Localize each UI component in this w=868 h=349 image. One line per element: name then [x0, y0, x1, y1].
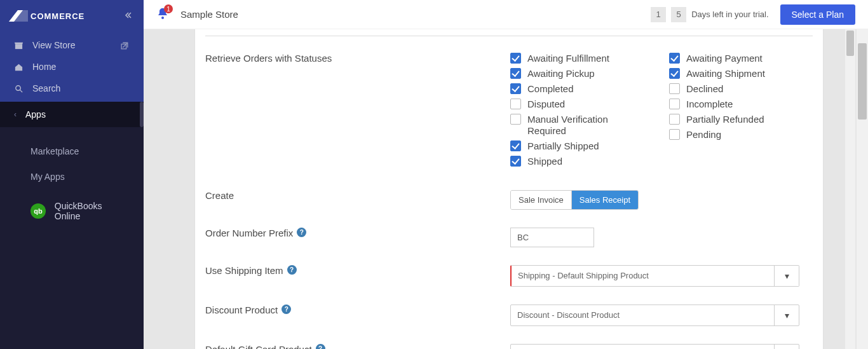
checkbox-icon	[669, 129, 680, 140]
checkbox-icon	[510, 156, 521, 167]
svg-line-3	[20, 90, 22, 92]
trial-day-1: 1	[651, 7, 666, 22]
chevron-down-icon: ▾	[775, 305, 799, 325]
status-checkbox-disputed[interactable]: Disputed	[510, 99, 644, 110]
trial-day-2: 5	[671, 7, 686, 22]
checkbox-icon	[510, 53, 521, 64]
select-plan-button[interactable]: Select a Plan	[780, 4, 856, 25]
chevron-down-icon: ▾	[775, 345, 799, 349]
nav-view-store[interactable]: View Store	[0, 34, 144, 56]
inner-scroll-track[interactable]	[845, 29, 855, 349]
help-icon[interactable]: ?	[297, 228, 306, 237]
help-icon[interactable]: ?	[287, 265, 297, 275]
nav-search[interactable]: Search	[0, 78, 144, 99]
giftcard-select[interactable]: GiftCard - Gift Card ▾	[510, 344, 799, 349]
status-checkbox-manual-verification-required[interactable]: Manual Verification Required	[510, 114, 644, 137]
outer-scroll-thumb[interactable]	[858, 43, 867, 120]
checkbox-icon	[510, 114, 521, 125]
sidebar-item-my-apps[interactable]: My Apps	[0, 164, 144, 189]
create-button-group: Sale InvoiceSales Receipt	[510, 190, 639, 210]
statuses-column-2: Awaiting PaymentAwaiting ShipmentDecline…	[669, 53, 803, 167]
topbar: 1 Sample Store 1 5 Days left in your tri…	[144, 0, 868, 29]
nav-label: Search	[32, 83, 60, 93]
label-retrieve: Retrieve Orders with Statuses	[205, 53, 510, 167]
notifications-button[interactable]: 1	[156, 7, 169, 22]
help-icon[interactable]: ?	[281, 305, 291, 314]
checkbox-label: Awaiting Shipment	[686, 68, 765, 79]
status-checkbox-awaiting-pickup[interactable]: Awaiting Pickup	[510, 68, 644, 79]
chevron-down-icon: ▾	[775, 266, 799, 286]
trial-info: 1 5 Days left in your trial.	[651, 7, 768, 22]
checkbox-icon	[669, 99, 680, 109]
shipping-select[interactable]: Shipping - Default Shipping Product ▾	[510, 265, 799, 287]
logo-row: COMMERCE	[0, 0, 144, 34]
row-create: Create Sale InvoiceSales Receipt	[205, 185, 813, 215]
discount-select[interactable]: Discount - Discount Product ▾	[510, 305, 799, 326]
checkbox-icon	[669, 68, 680, 79]
label-giftcard: Default Gift Card Product	[205, 344, 312, 349]
row-giftcard: Default Gift Card Product ? GiftCard - G…	[205, 339, 813, 349]
status-checkbox-incomplete[interactable]: Incomplete	[669, 99, 803, 110]
checkbox-label: Pending	[686, 129, 721, 140]
checkbox-label: Manual Verification Required	[527, 114, 629, 137]
collapse-sidebar-icon[interactable]	[123, 11, 132, 22]
checkbox-label: Awaiting Pickup	[527, 68, 595, 79]
nav-label: Home	[32, 62, 56, 72]
settings-panel: Retrieve Orders with Statuses Awaiting F…	[194, 29, 824, 349]
back-chevron-icon[interactable]: ‹	[14, 110, 17, 119]
external-link-icon	[120, 41, 130, 50]
statuses-column-1: Awaiting FulfillmentAwaiting PickupCompl…	[510, 53, 644, 167]
svg-point-2	[16, 85, 21, 90]
section-label: Apps	[25, 109, 46, 120]
checkbox-label: Disputed	[527, 99, 565, 110]
status-checkbox-partially-refunded[interactable]: Partially Refunded	[669, 114, 803, 125]
status-checkbox-shipped[interactable]: Shipped	[510, 156, 644, 167]
checkbox-label: Awaiting Payment	[686, 53, 763, 64]
brand-logo[interactable]: COMMERCE	[9, 10, 85, 22]
sidebar-top: COMMERCE View Store Home Search	[0, 0, 144, 102]
create-option-sale-invoice[interactable]: Sale Invoice	[511, 191, 571, 209]
quickbooks-icon: qb	[31, 203, 46, 219]
checkbox-label: Shipped	[527, 156, 562, 167]
checkbox-icon	[510, 99, 521, 109]
status-checkbox-awaiting-fulfillment[interactable]: Awaiting Fulfillment	[510, 53, 644, 64]
row-shipping: Use Shipping Item ? Shipping - Default S…	[205, 260, 813, 292]
status-checkbox-declined[interactable]: Declined	[669, 83, 803, 95]
label-prefix: Order Number Prefix	[205, 228, 293, 238]
status-checkbox-completed[interactable]: Completed	[510, 83, 644, 95]
brand-text: COMMERCE	[31, 11, 85, 21]
status-checkbox-partially-shipped[interactable]: Partially Shipped	[510, 140, 644, 152]
app-label: QuickBooks Online	[55, 201, 130, 221]
inner-scroll-thumb[interactable]	[846, 31, 854, 56]
checkbox-icon	[510, 68, 521, 79]
logo-mark-icon	[9, 10, 28, 22]
sidebar: COMMERCE View Store Home Search ‹ Apps M…	[0, 0, 144, 349]
create-option-sales-receipt[interactable]: Sales Receipt	[571, 191, 638, 209]
home-icon	[14, 62, 24, 72]
sidebar-item-marketplace[interactable]: Marketplace	[0, 139, 144, 164]
checkbox-label: Incomplete	[686, 99, 733, 110]
help-icon[interactable]: ?	[316, 344, 325, 349]
label-shipping: Use Shipping Item	[205, 265, 283, 276]
status-checkbox-awaiting-shipment[interactable]: Awaiting Shipment	[669, 68, 803, 79]
select-value: Shipping - Default Shipping Product	[512, 266, 775, 286]
checkbox-icon	[510, 140, 521, 151]
prefix-input[interactable]	[510, 228, 594, 247]
checkbox-label: Partially Refunded	[686, 114, 764, 125]
notification-badge: 1	[164, 4, 173, 13]
select-value: GiftCard - Gift Card	[511, 345, 775, 349]
store-icon	[14, 41, 24, 50]
checkbox-icon	[510, 83, 521, 94]
checkbox-icon	[669, 83, 680, 94]
checkbox-label: Declined	[686, 83, 723, 95]
label-create: Create	[205, 190, 510, 210]
status-checkbox-pending[interactable]: Pending	[669, 129, 803, 140]
sidebar-section-apps[interactable]: ‹ Apps	[0, 102, 144, 127]
select-value: Discount - Discount Product	[511, 305, 775, 325]
nav-home[interactable]: Home	[0, 56, 144, 78]
sidebar-app-quickbooks[interactable]: qb QuickBooks Online	[0, 189, 144, 221]
row-retrieve-statuses: Retrieve Orders with Statuses Awaiting F…	[205, 48, 813, 172]
row-discount: Discount Product ? Discount - Discount P…	[205, 299, 813, 331]
svg-rect-0	[15, 44, 22, 49]
status-checkbox-awaiting-payment[interactable]: Awaiting Payment	[669, 53, 803, 64]
